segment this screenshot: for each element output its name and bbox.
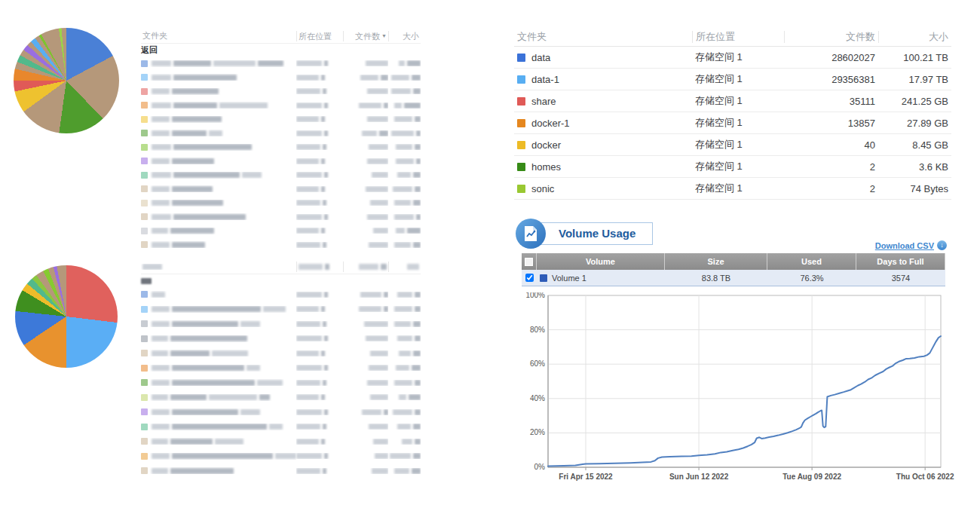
folder-row-redacted[interactable] bbox=[141, 154, 421, 169]
redacted-text bbox=[257, 380, 283, 386]
folder-table-top: 文件夹 所在位置 文件数▼ 大小 返回 bbox=[141, 29, 421, 252]
redacted-text bbox=[296, 75, 319, 81]
folder-row-redacted[interactable] bbox=[141, 361, 421, 376]
folder-color-icon bbox=[141, 379, 148, 386]
folder-row-redacted[interactable] bbox=[141, 182, 421, 197]
column-header-volume: Volume bbox=[537, 253, 665, 270]
redacted-text bbox=[413, 453, 421, 459]
select-all-checkbox[interactable] bbox=[522, 253, 537, 270]
folder-row[interactable]: sonic存储空间 1274 Bytes bbox=[514, 178, 951, 200]
folder-size-pie-chart-bottom[interactable] bbox=[15, 265, 118, 368]
folder-row-redacted[interactable] bbox=[141, 84, 421, 99]
redacted-text bbox=[172, 424, 267, 430]
folder-row-redacted[interactable] bbox=[141, 210, 421, 225]
column-header-files[interactable]: 文件数 bbox=[784, 31, 878, 43]
svg-text:20%: 20% bbox=[530, 428, 545, 436]
folder-row-redacted[interactable] bbox=[141, 224, 421, 238]
redacted-text bbox=[415, 292, 421, 298]
folder-row-redacted[interactable] bbox=[141, 196, 421, 210]
download-csv-link[interactable]: Download CSV ↓ bbox=[875, 240, 947, 250]
redacted-text bbox=[394, 200, 411, 206]
volume-legend-swatch bbox=[540, 274, 547, 282]
redacted-text bbox=[296, 144, 320, 150]
redacted-text bbox=[399, 60, 405, 66]
redacted-text bbox=[242, 172, 262, 178]
column-header-location[interactable]: 所在位置 bbox=[692, 31, 784, 43]
folder-color-icon bbox=[141, 74, 148, 81]
folder-color-icon bbox=[141, 365, 148, 372]
redacted-text bbox=[296, 102, 322, 109]
redacted-text bbox=[296, 228, 319, 234]
back-link-redacted[interactable] bbox=[141, 274, 421, 287]
folder-row-redacted[interactable] bbox=[141, 112, 421, 127]
folder-row[interactable]: data存储空间 128602027100.21 TB bbox=[514, 47, 951, 69]
folder-color-icon bbox=[141, 102, 148, 109]
folder-row[interactable]: homes存储空间 123.6 KB bbox=[514, 156, 951, 178]
redacted-text bbox=[296, 88, 320, 94]
table-header-redacted bbox=[141, 259, 421, 274]
folder-row-redacted[interactable] bbox=[141, 390, 421, 405]
folder-name: homes bbox=[531, 161, 561, 173]
folder-row-redacted[interactable] bbox=[141, 302, 421, 317]
redacted-text bbox=[296, 394, 319, 400]
column-header-folder[interactable]: 文件夹 bbox=[514, 30, 692, 44]
redacted-text bbox=[212, 350, 248, 356]
redacted-text bbox=[172, 186, 213, 192]
folder-row-redacted[interactable] bbox=[141, 317, 421, 332]
folder-color-icon bbox=[141, 453, 148, 460]
folder-row-redacted[interactable] bbox=[141, 287, 421, 302]
redacted-text bbox=[152, 409, 170, 415]
redacted-text bbox=[152, 335, 168, 341]
column-header-size[interactable]: 大小 bbox=[388, 31, 421, 41]
redacted-text bbox=[152, 88, 170, 94]
volume-checkbox[interactable] bbox=[525, 274, 534, 282]
folder-size-pie-chart-top[interactable] bbox=[14, 28, 119, 133]
folder-row-redacted[interactable] bbox=[141, 375, 421, 390]
redacted-text bbox=[170, 350, 210, 356]
redacted-text bbox=[413, 172, 421, 178]
folder-row-redacted[interactable] bbox=[141, 346, 421, 361]
folder-row-redacted[interactable] bbox=[141, 449, 421, 464]
folder-row-redacted[interactable] bbox=[141, 57, 421, 71]
folder-row-redacted[interactable] bbox=[141, 420, 421, 435]
folder-name: sonic bbox=[531, 183, 554, 194]
folder-color-icon bbox=[517, 141, 525, 149]
folder-row-redacted[interactable] bbox=[141, 332, 421, 347]
back-link[interactable]: 返回 bbox=[141, 44, 158, 56]
table-header: 文件夹 所在位置 文件数▼ 大小 bbox=[141, 29, 421, 44]
folder-row-redacted[interactable] bbox=[141, 99, 421, 113]
redacted-text bbox=[323, 200, 326, 206]
folder-row-redacted[interactable] bbox=[141, 463, 421, 479]
folder-row[interactable]: share存储空间 135111241.25 GB bbox=[514, 90, 951, 112]
redacted-text bbox=[141, 278, 152, 284]
column-header-files[interactable]: 文件数▼ bbox=[343, 31, 388, 41]
volume-row[interactable]: Volume 1 83.8 TB 76.3% 3574 bbox=[522, 270, 945, 286]
folder-row-redacted[interactable] bbox=[141, 238, 421, 252]
column-header-folder[interactable]: 文件夹 bbox=[141, 30, 296, 41]
redacted-text bbox=[172, 158, 214, 164]
folder-row[interactable]: docker存储空间 1408.45 GB bbox=[514, 134, 951, 156]
folder-size: 74 Bytes bbox=[878, 183, 951, 194]
column-header-location[interactable]: 所在位置 bbox=[296, 31, 343, 41]
volume-used: 76.3% bbox=[767, 274, 856, 283]
folder-file-count: 28602027 bbox=[784, 52, 878, 63]
folder-row-redacted[interactable] bbox=[141, 434, 421, 449]
redacted-text bbox=[173, 214, 246, 220]
redacted-text bbox=[373, 228, 388, 234]
redacted-text bbox=[269, 424, 283, 430]
folder-row-redacted[interactable] bbox=[141, 71, 421, 85]
column-header-size[interactable]: 大小 bbox=[878, 31, 951, 43]
folder-file-count: 2 bbox=[784, 161, 878, 173]
redacted-text bbox=[394, 306, 412, 312]
redacted-text bbox=[321, 439, 325, 445]
redacted-text bbox=[391, 75, 409, 81]
folder-row[interactable]: docker-1存储空间 11385727.89 GB bbox=[514, 112, 951, 134]
redacted-text bbox=[362, 409, 381, 415]
folder-row-redacted[interactable] bbox=[141, 405, 421, 420]
folder-row-redacted[interactable] bbox=[141, 140, 421, 154]
folder-row[interactable]: data-1存储空间 12935638117.97 TB bbox=[514, 69, 951, 90]
folder-location: 存储空间 1 bbox=[692, 50, 784, 64]
redacted-text bbox=[359, 264, 378, 270]
folder-row-redacted[interactable] bbox=[141, 127, 421, 141]
folder-row-redacted[interactable] bbox=[141, 168, 421, 182]
